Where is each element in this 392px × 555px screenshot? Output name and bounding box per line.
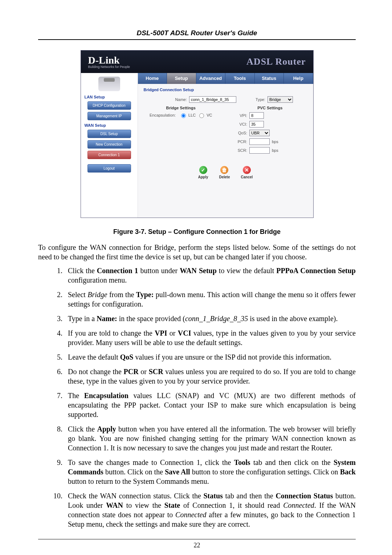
type-label: Type: [251, 97, 268, 102]
tab-advanced[interactable]: Advanced [196, 73, 226, 84]
pvc-settings-col: PVC Settings VPI: VCI: QoS:UBR PCR:bps S… [233, 106, 307, 156]
logo-subtitle: Building Networks for People [88, 65, 130, 69]
name-type-row: Name: Type: Bridge [155, 96, 307, 103]
sidebar-item-logout[interactable]: Logout [87, 164, 131, 173]
step-5: Leave the default QoS values if you are … [64, 352, 356, 362]
step-1: Click the Connection 1 button under WAN … [64, 266, 356, 285]
page-number: 22 [38, 542, 356, 549]
name-input[interactable] [189, 96, 236, 103]
tabs: Home Setup Advanced Tools Status Help [138, 73, 313, 84]
doc-header: DSL-500T ADSL Router User's Guide [38, 29, 356, 39]
qos-select[interactable]: UBR [249, 130, 270, 136]
step-4: If you are told to change the VPI or VCI… [64, 328, 356, 347]
pcr-input[interactable] [249, 138, 270, 145]
step-9: To save the changes made to Connection 1… [64, 458, 356, 486]
vpi-label: VPI: [233, 113, 249, 118]
pcr-unit: bps [272, 139, 278, 144]
intro-paragraph: To configure the WAN connection for Brid… [38, 243, 356, 262]
sidebar-item-new-connection[interactable]: New Connection [87, 140, 131, 149]
encap-opt-llc: LLC [188, 113, 196, 117]
action-buttons: ✓ Apply 🗑 Delete ✕ Cancel [144, 166, 307, 179]
settings-columns: Bridge Settings Encapsulation: LLC VC [144, 106, 307, 156]
dlink-logo: D-Link Building Networks for People [88, 55, 130, 69]
apply-button[interactable]: ✓ Apply [198, 166, 208, 179]
vci-label: VCI: [233, 122, 249, 126]
screenshot-wrap: D-Link Building Networks for People ADSL… [38, 50, 356, 218]
logo-main: D-Link Building Networks for People [88, 55, 130, 69]
trash-icon: 🗑 [220, 166, 228, 174]
header-rule [38, 39, 356, 40]
section-title: Bridged Connection Setup [144, 88, 307, 92]
bridge-settings-col: Bridge Settings Encapsulation: LLC VC [144, 106, 219, 156]
scr-input[interactable] [249, 147, 270, 154]
sidebar: LAN Setup DHCP Configuration Management … [81, 73, 138, 218]
step-6: Do not change the PCR or SCR values unle… [64, 367, 356, 386]
sidebar-item-dhcp[interactable]: DHCP Configuration [87, 101, 131, 110]
tab-status[interactable]: Status [255, 73, 284, 84]
check-icon: ✓ [199, 166, 207, 174]
bridge-settings-title: Bridge Settings [144, 106, 219, 110]
step-2: Select Bridge from the Type: pull-down m… [64, 290, 356, 309]
vci-input[interactable] [249, 121, 264, 127]
cancel-label: Cancel [241, 175, 253, 179]
content: Bridged Connection Setup Name: Type: Bri… [138, 84, 313, 183]
delete-label: Delete [219, 175, 230, 179]
encap-row: Encapsulation: LLC VC [144, 112, 219, 118]
tab-setup[interactable]: Setup [167, 73, 196, 84]
pvc-settings-title: PVC Settings [233, 106, 307, 110]
encap-radio-vc[interactable] [199, 113, 204, 118]
qos-label: QoS: [233, 131, 249, 135]
encap-opt-vc: VC [207, 113, 212, 117]
delete-button[interactable]: 🗑 Delete [219, 166, 230, 179]
vpi-input[interactable] [249, 112, 264, 119]
name-label: Name: [169, 97, 189, 102]
main-panel: Home Setup Advanced Tools Status Help Br… [138, 73, 313, 218]
sidebar-item-connection-1[interactable]: Connection 1 [87, 151, 131, 159]
pcr-label: PCR: [233, 139, 249, 144]
step-8: Click the Apply button when you have ent… [64, 424, 356, 453]
sidebar-group-wan: WAN Setup [85, 123, 135, 127]
cancel-button[interactable]: ✕ Cancel [241, 166, 253, 179]
encap-radio-llc[interactable] [181, 113, 186, 118]
scr-unit: bps [272, 148, 278, 153]
router-banner: D-Link Building Networks for People ADSL… [81, 50, 313, 73]
router-ui: D-Link Building Networks for People ADSL… [81, 50, 314, 218]
sidebar-item-dsl-setup[interactable]: DSL Setup [87, 130, 131, 138]
apply-label: Apply [198, 175, 208, 179]
step-7: The Encapsulation values LLC (SNAP) and … [64, 391, 356, 419]
router-body: LAN Setup DHCP Configuration Management … [81, 73, 313, 218]
logo-text: D-Link [88, 54, 120, 66]
tab-home[interactable]: Home [138, 73, 167, 84]
close-icon: ✕ [243, 166, 251, 174]
footer-rule [38, 539, 356, 539]
encap-label: Encapsulation: [150, 113, 178, 117]
sidebar-item-management-ip[interactable]: Management IP [87, 112, 131, 120]
sidebar-group-lan: LAN Setup [85, 95, 135, 99]
device-icon [98, 77, 120, 91]
steps-list: Click the Connection 1 button under WAN … [38, 266, 356, 529]
product-title: ADSL Router [246, 56, 306, 67]
tab-help[interactable]: Help [284, 73, 313, 84]
step-3: Type in a Name: in the space provided (c… [64, 314, 356, 323]
tab-tools[interactable]: Tools [225, 73, 255, 84]
step-10: Check the WAN connection status. Click t… [64, 491, 356, 529]
type-select[interactable]: Bridge [268, 96, 293, 103]
scr-label: SCR: [233, 148, 249, 153]
document-page: DSL-500T ADSL Router User's Guide D-Link… [0, 0, 392, 555]
figure-caption: Figure 3-7. Setup – Configure Connection… [38, 228, 356, 236]
